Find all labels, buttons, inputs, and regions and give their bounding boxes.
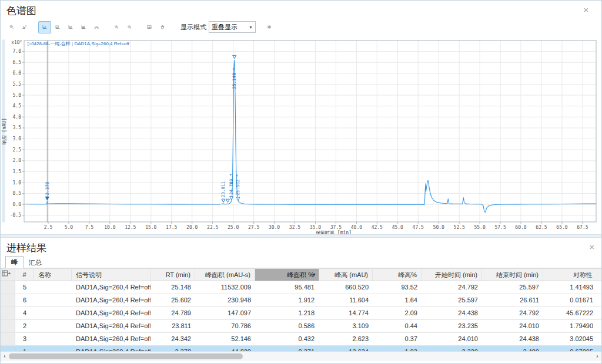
y-tick-label: 3.5 <box>13 125 22 130</box>
table-cell: 4 <box>15 307 34 319</box>
chromatogram-panel-title: 色谱图 <box>6 5 36 16</box>
peak-marker-icon[interactable] <box>222 199 225 203</box>
row-selector[interactable] <box>1 294 15 306</box>
y-tick-label: 2.5 <box>13 147 22 153</box>
settings-button[interactable] <box>263 21 276 33</box>
x-tick-label: 47.5 <box>413 225 424 230</box>
hand-icon <box>160 22 165 32</box>
column-header-7[interactable]: 峰高% <box>373 269 422 281</box>
y-tick-label: 5.5 <box>13 82 22 87</box>
y-tick-label: 4.5 <box>13 103 22 109</box>
table-cell: 24.792 <box>422 281 482 294</box>
chromatogram-panel: 色谱图 × <box>1 1 601 234</box>
signals-icon <box>81 22 86 32</box>
scale-to-range-icon <box>68 22 73 32</box>
table-cell: 147.097 <box>195 307 255 319</box>
column-header-6[interactable]: 峰高 (mAU) <box>319 269 373 281</box>
table-cell <box>34 333 72 345</box>
x-tick-label: 67.5 <box>577 225 588 230</box>
table-select-icon[interactable] <box>1 269 15 281</box>
table-cell <box>34 281 72 294</box>
y-tick-label: 7.0 <box>13 49 22 54</box>
scale-to-max-button[interactable] <box>51 21 64 33</box>
peak-label: 24.789 * <box>229 174 234 195</box>
table-cell <box>34 294 72 306</box>
chromatography-window: 色谱图 × <box>0 0 602 364</box>
x-tick-label: 22.5 <box>207 225 218 230</box>
row-selector[interactable] <box>1 320 15 332</box>
table-cell: DAD1A,Sig=260,4 Ref=off <box>72 333 150 345</box>
column-header-5[interactable]: 峰面积 %▼ <box>255 269 319 281</box>
row-selector[interactable] <box>1 281 15 294</box>
column-header-10[interactable]: 对称性 <box>543 269 597 281</box>
peak-marker-icon[interactable] <box>230 197 233 200</box>
table-row[interactable]: 5DAD1A,Sig=260,4 Ref=off25.14811532.0099… <box>1 281 601 294</box>
table-cell: 26.611 <box>482 294 543 306</box>
table-cell: 1.912 <box>255 294 319 306</box>
chromatogram-chart[interactable]: 2.55.07.510.012.515.017.520.022.525.027.… <box>1 35 601 234</box>
zoom-out-button[interactable] <box>5 21 18 33</box>
scale-to-max-icon <box>55 22 60 32</box>
fill-peaks-button[interactable] <box>143 21 156 33</box>
scroll-left-icon[interactable]: ‹ <box>1 352 9 361</box>
x-tick-label: 25.0 <box>228 225 239 230</box>
column-header-9[interactable]: 结束时间 (min) <box>482 269 543 281</box>
overlay-offset-button[interactable] <box>90 21 103 33</box>
pan-hand-button[interactable] <box>156 21 169 33</box>
column-header-3[interactable]: RT (min) <box>150 269 195 281</box>
table-cell: 0.44 <box>373 320 422 332</box>
column-header-4[interactable]: 峰面积 (mAU-s) <box>195 269 255 281</box>
y-tick-label: 2.0 <box>13 158 22 163</box>
row-selector[interactable] <box>1 307 15 319</box>
table-row[interactable]: 2DAD1A,Sig=260,4 Ref=off23.81170.7860.58… <box>1 320 601 333</box>
signals-button[interactable] <box>77 21 90 33</box>
column-header-1[interactable]: 名称 <box>34 269 72 281</box>
scrollbar-thumb[interactable] <box>9 353 243 359</box>
scroll-right-icon[interactable]: › <box>593 352 601 361</box>
scale-to-range-button[interactable] <box>64 21 77 33</box>
x-tick-label: 7.5 <box>85 225 94 230</box>
table-cell: DAD1A,Sig=260,4 Ref=off <box>72 281 150 294</box>
dropdown-arrow-icon: ▼ <box>249 25 253 29</box>
chromatogram-close-button[interactable]: × <box>583 5 588 14</box>
results-close-button[interactable]: × <box>589 242 594 251</box>
results-tab-0[interactable]: 峰 <box>5 256 24 268</box>
x-tick-label: 65.0 <box>556 225 567 230</box>
column-header-2[interactable]: 信号说明 <box>72 269 150 281</box>
scrollbar-track[interactable] <box>9 353 593 360</box>
table-cell: 11532.009 <box>195 281 255 294</box>
table-row[interactable]: 6DAD1A,Sig=260,4 Ref=off25.602230.9481.9… <box>1 294 601 307</box>
row-selector[interactable] <box>1 333 15 345</box>
table-cell: 24.792 <box>482 307 543 319</box>
display-mode-label: 显示模式 <box>180 23 206 32</box>
link-x-button[interactable]: x <box>110 21 123 33</box>
table-cell: DAD1A,Sig=260,4 Ref=off <box>72 320 150 332</box>
results-tab-1[interactable]: 汇总 <box>24 257 47 268</box>
column-header-8[interactable]: 开始时间 (min) <box>422 269 482 281</box>
column-header-0[interactable]: # <box>15 269 34 281</box>
results-panel: 进样结果 × 峰汇总 #名称信号说明RT (min)峰面积 (mAU-s)峰面积… <box>1 238 601 361</box>
y-tick-label: 6.0 <box>13 70 22 76</box>
x-tick-label: 57.5 <box>494 225 506 230</box>
peak-marker-icon[interactable] <box>226 199 229 203</box>
x-tick-label: 32.5 <box>289 225 300 230</box>
horizontal-scrollbar[interactable]: ‹ › <box>1 351 601 361</box>
sort-desc-icon[interactable]: ▼ <box>312 269 316 281</box>
zoom-out-icon <box>9 22 14 32</box>
y-tick-label: 5.0 <box>13 93 22 98</box>
y-tick-label: 4.0 <box>13 114 22 120</box>
y-tick-label: 0.5 <box>13 191 22 196</box>
peak-label: 23.811 <box>221 181 226 197</box>
x-tick-label: 55.0 <box>474 225 485 230</box>
fit-chart-button[interactable] <box>18 21 31 33</box>
x-tick-label: 27.5 <box>248 225 259 230</box>
table-row[interactable]: 3DAD1A,Sig=260,4 Ref=off24.34252.1460.43… <box>1 333 601 346</box>
autoscale-y-button[interactable] <box>38 21 51 33</box>
table-cell: 24.789 <box>150 307 195 319</box>
peak-label: 2.378 <box>45 181 50 195</box>
table-cell: 25.597 <box>422 294 482 306</box>
table-row[interactable]: 4DAD1A,Sig=260,4 Ref=off24.789147.0971.2… <box>1 307 601 320</box>
peak-marker-icon[interactable] <box>236 197 240 201</box>
link-y-button[interactable]: y <box>123 21 136 33</box>
display-mode-select[interactable]: 重叠显示 ▼ <box>209 21 256 33</box>
